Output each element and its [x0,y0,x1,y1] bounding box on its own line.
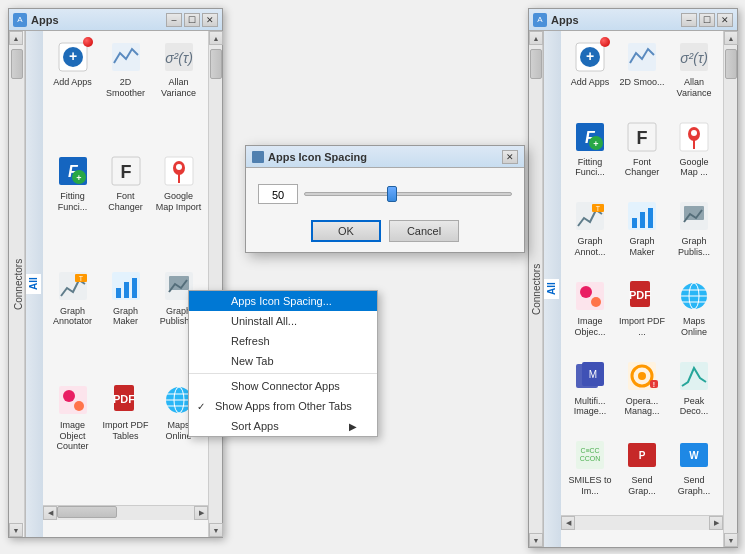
menu-new-tab[interactable]: New Tab [189,351,377,371]
app-graph-annotator-label: Graph Annotator [49,306,96,328]
app-image-object-counter[interactable]: Image Object Counter [47,378,98,501]
left-close-btn[interactable]: ✕ [202,13,218,27]
app-graph-annotator[interactable]: T Graph Annotator [47,264,98,376]
right-hscroll: ◀ ▶ [561,515,723,529]
left-tab-connectors[interactable]: Connectors [11,254,26,313]
app-2d-smoother[interactable]: 2D Smoother [100,35,151,147]
app-allan-variance[interactable]: σ²(τ) Allan Variance [153,35,204,147]
left-titlebar: A Apps – ☐ ✕ [9,9,222,31]
rapp-peak-deco[interactable]: Peak Deco... [669,354,719,432]
rapp-add-apps[interactable]: + Add Apps [565,35,615,113]
rapp-font-changer[interactable]: F Font Changer [617,115,667,193]
rapp-allan-variance[interactable]: σ²(τ) Allan Variance [669,35,719,113]
right-lscroll-up[interactable]: ▲ [529,31,543,45]
slider-thumb[interactable] [387,186,397,202]
rapp-send-graph[interactable]: W Send Graph... [669,433,719,511]
rapp-multifi[interactable]: M Multifi... Image... [565,354,615,432]
svg-text:+: + [76,173,81,183]
rapp-smiles[interactable]: C≡CCCCON SMILES to Im... [565,433,615,511]
dialog-cancel-btn[interactable]: Cancel [389,220,459,242]
app-google-map-import[interactable]: Google Map Import [153,149,204,261]
app-font-changer[interactable]: F Font Changer [100,149,151,261]
app-fitting-func-label: Fitting Funci... [49,191,96,213]
slider-track[interactable] [304,192,512,196]
svg-text:F: F [120,162,131,182]
left-minimize-btn[interactable]: – [166,13,182,27]
app-import-pdf[interactable]: PDF Import PDF Tables [100,378,151,501]
app-add-apps[interactable]: + Add Apps [47,35,98,147]
rapp-google-map-icon [676,119,712,155]
rapp-graph-annot-label: Graph Annot... [567,236,613,258]
app-google-map-import-label: Google Map Import [155,191,202,213]
left-scroll-left[interactable]: ◀ [43,506,57,520]
svg-point-61 [580,286,592,298]
context-menu: Apps Icon Spacing... Uninstall All... Re… [188,290,378,437]
app-fitting-func[interactable]: F+ Fitting Funci... [47,149,98,261]
svg-rect-21 [124,282,129,298]
svg-rect-38 [628,43,656,71]
right-scroll-down[interactable]: ▼ [724,533,738,547]
rapp-import-pdf-icon: PDF [624,278,660,314]
right-lscroll-down[interactable]: ▼ [529,533,543,547]
rapp-opera[interactable]: ! Opera... Manag... [617,354,667,432]
rapp-graph-publi-icon [676,198,712,234]
menu-sort-apps[interactable]: Sort Apps ▶ [189,416,377,436]
menu-refresh[interactable]: Refresh [189,331,377,351]
app-google-map-import-icon [161,153,197,189]
left-scroll-thumb[interactable] [11,49,23,79]
right-maximize-btn[interactable]: ☐ [699,13,715,27]
left-title-text: Apps [31,14,166,26]
dialog-ok-btn[interactable]: OK [311,220,381,242]
left-rscroll-up[interactable]: ▲ [209,31,223,45]
right-tab-connectors[interactable]: Connectors [529,259,544,318]
left-maximize-btn[interactable]: ☐ [184,13,200,27]
slider-value[interactable]: 50 [258,184,298,204]
check-other-tabs: ✓ [193,401,209,412]
left-hthumb[interactable] [57,506,117,518]
svg-text:CCON: CCON [580,455,601,462]
rapp-fitting-func[interactable]: F+ Fitting Funci... [565,115,615,193]
svg-rect-57 [648,208,653,228]
rapp-graph-publi[interactable]: Graph Publis... [669,194,719,272]
menu-show-apps-other-tabs[interactable]: ✓ Show Apps from Other Tabs [189,396,377,416]
rapp-graph-annot-icon: T [572,198,608,234]
rapp-graph-publi-label: Graph Publis... [671,236,717,258]
rapp-graph-annot[interactable]: T Graph Annot... [565,194,615,272]
left-apps-panel: A Apps – ☐ ✕ ▲ ▼ All Connectors [8,8,223,538]
right-close-btn[interactable]: ✕ [717,13,733,27]
left-rthumb[interactable] [210,49,222,79]
left-scroll-right[interactable]: ▶ [194,506,208,520]
rapp-add-apps-icon: + [572,39,608,75]
left-rscroll-down[interactable]: ▼ [209,523,223,537]
right-lthumb[interactable] [530,49,542,79]
right-scroll-right[interactable]: ▶ [709,516,723,530]
svg-point-26 [63,390,75,402]
rapp-graph-maker[interactable]: Graph Maker [617,194,667,272]
left-scroll-up[interactable]: ▲ [9,31,23,45]
left-scroll-down[interactable]: ▼ [9,523,23,537]
rapp-allan-variance-label: Allan Variance [671,77,717,99]
rapp-image-objec[interactable]: Image Objec... [565,274,615,352]
rapp-2d-smoo[interactable]: 2D Smoo... [617,35,667,113]
svg-point-27 [74,401,84,411]
right-scroll-thumb[interactable] [725,49,737,79]
rapp-import-pdf[interactable]: PDF Import PDF ... [617,274,667,352]
rapp-send-grap[interactable]: P Send Grap... [617,433,667,511]
rapp-maps-online[interactable]: Maps Online [669,274,719,352]
right-grid-wrapper: + Add Apps 2D Smoo... σ²(τ) [561,31,723,547]
menu-uninstall-all[interactable]: Uninstall All... [189,311,377,331]
right-minimize-btn[interactable]: – [681,13,697,27]
right-scroll-left[interactable]: ◀ [561,516,575,530]
right-tab-all[interactable]: All [544,279,559,300]
app-fitting-func-icon: F+ [55,153,91,189]
left-tab-all[interactable]: All [26,274,41,295]
app-graph-maker[interactable]: Graph Maker [100,264,151,376]
right-scroll-up[interactable]: ▲ [724,31,738,45]
dialog-close-btn[interactable]: ✕ [502,150,518,164]
dialog-icon [252,151,264,163]
rapp-google-map[interactable]: Google Map ... [669,115,719,193]
rapp-allan-variance-icon: σ²(τ) [676,39,712,75]
menu-show-connector-apps[interactable]: Show Connector Apps [189,376,377,396]
apps-icon-spacing-dialog: Apps Icon Spacing ✕ 50 OK Cancel [245,145,525,253]
menu-apps-icon-spacing[interactable]: Apps Icon Spacing... [189,291,377,311]
